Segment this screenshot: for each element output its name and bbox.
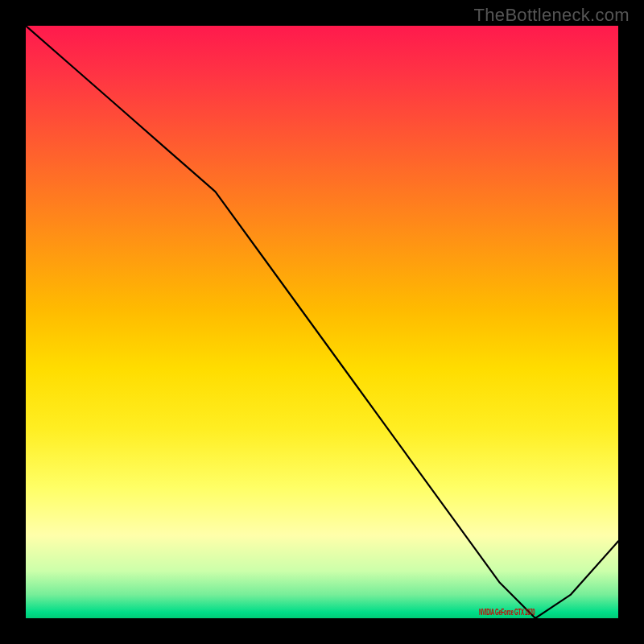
minimum-point-label: NVIDIA GeForce GTX 1070: [479, 607, 535, 617]
watermark-text: TheBottleneck.com: [474, 5, 630, 26]
chart-line: [26, 26, 618, 618]
chart-plot-area: NVIDIA GeForce GTX 1070: [26, 26, 618, 618]
